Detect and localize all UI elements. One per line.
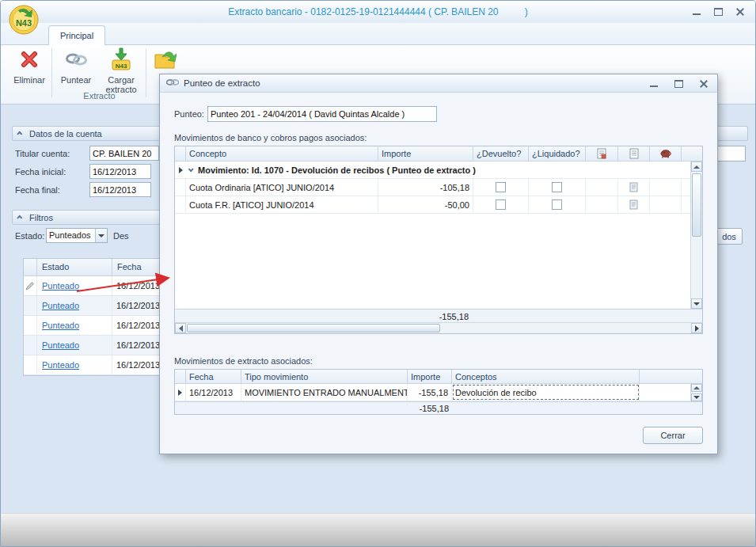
punteo-input[interactable]: [207, 106, 437, 122]
col-tipo[interactable]: Tipo movimiento: [241, 370, 408, 383]
extract-total: -155,18: [408, 404, 452, 413]
grid-header: Estado Fecha: [24, 259, 169, 276]
right-section-header-fragment: [716, 126, 748, 141]
extract-table-header: Fecha Tipo movimiento Importe Conceptos: [175, 370, 702, 384]
dialog-title: Punteo de extracto: [184, 78, 260, 88]
scroll-up-button[interactable]: [691, 161, 702, 172]
scroll-left-button[interactable]: [175, 323, 186, 333]
edit-pencil-icon: [24, 276, 37, 295]
ribbon-group-label: Extracto: [53, 91, 146, 101]
punteado-link[interactable]: Punteado: [42, 281, 79, 291]
tab-principal[interactable]: Principal: [48, 25, 105, 45]
punteado-link[interactable]: Punteado: [42, 360, 79, 370]
row-indicator-icon: [175, 167, 186, 173]
punteo-dialog: Punteo de extracto Punteo: Movimientos d…: [159, 74, 718, 454]
col-concepto[interactable]: Concepto: [186, 146, 378, 161]
section-filtros[interactable]: Filtros: [12, 210, 162, 225]
bank-table: Concepto Importe ¿Devuelto? ¿Liquidado?: [174, 146, 703, 334]
fecha-inicial-input[interactable]: [89, 164, 151, 179]
chain-links-icon: [64, 47, 88, 74]
dialog-maximize-icon[interactable]: [674, 80, 683, 88]
col-importe[interactable]: Importe: [378, 146, 473, 161]
export-button-partial[interactable]: [149, 47, 180, 74]
puntear-button[interactable]: Puntear: [55, 47, 97, 85]
conceptos-cell[interactable]: Devolución de recibo: [452, 384, 640, 401]
cerrar-button[interactable]: Cerrar: [643, 427, 703, 444]
scroll-down-button[interactable]: [691, 393, 702, 401]
col-liquidado[interactable]: ¿Liquidado?: [529, 146, 586, 161]
document-action-icon[interactable]: [618, 196, 650, 213]
fecha-cell: 16/12/2013: [186, 384, 241, 401]
importe-cell: -50,00: [378, 196, 473, 213]
grid-col-estado[interactable]: Estado: [37, 259, 112, 275]
piggy-bank-icon[interactable]: [650, 146, 682, 161]
horizontal-scrollbar[interactable]: [175, 322, 702, 333]
ribbon-separator: [146, 48, 146, 97]
app-logo-icon[interactable]: N43: [7, 3, 40, 36]
row-indicator: [24, 296, 37, 315]
dialog-minimize-icon[interactable]: [650, 79, 659, 88]
punteado-link[interactable]: Punteado: [42, 340, 79, 350]
devuelto-checkbox[interactable]: [496, 199, 506, 210]
table-row[interactable]: Cuota Ordinaria [ATICO] JUNIO/2014 -105,…: [175, 179, 702, 196]
liquidado-checkbox[interactable]: [552, 199, 562, 210]
col-devuelto[interactable]: ¿Devuelto?: [473, 146, 529, 161]
table-row[interactable]: Punteado 16/12/2013: [24, 336, 169, 355]
table-row[interactable]: Cuota F.R. [ATICO] JUNIO/2014 -50,00: [175, 196, 702, 214]
window-title: Extracto bancario - 0182-0125-19-0121444…: [1, 6, 755, 17]
table-row[interactable]: Punteado 16/12/2013: [24, 355, 169, 375]
combo-dropdown-button[interactable]: [95, 229, 107, 242]
scroll-up-button[interactable]: [691, 384, 702, 392]
collapse-up-icon: [17, 215, 22, 221]
scroll-thumb[interactable]: [692, 173, 701, 237]
vertical-scrollbar[interactable]: [690, 384, 702, 401]
bank-total: -155,18: [378, 312, 473, 321]
col-fecha[interactable]: Fecha: [186, 370, 241, 383]
liquidado-checkbox[interactable]: [552, 182, 562, 192]
empty-cell: [586, 196, 618, 213]
dialog-titlebar[interactable]: Punteo de extracto: [160, 74, 717, 93]
scroll-right-button[interactable]: [691, 323, 702, 333]
col-conceptos[interactable]: Conceptos: [452, 370, 640, 383]
fecha-inicial-label: Fecha inicial:: [15, 167, 66, 177]
estado-label: Estado:: [15, 231, 44, 241]
devuelto-checkbox[interactable]: [496, 182, 506, 192]
punteados-button-fragment[interactable]: dos: [716, 228, 743, 245]
svg-text:N43: N43: [16, 18, 32, 28]
scroll-thumb[interactable]: [187, 324, 440, 332]
estado-combobox[interactable]: Punteados: [46, 228, 108, 243]
status-bar: [1, 513, 755, 546]
download-n43-icon: N43: [109, 47, 133, 74]
collapse-down-icon[interactable]: [188, 166, 194, 172]
minimize-icon[interactable]: [693, 7, 701, 16]
puntear-label: Puntear: [61, 75, 92, 85]
bank-table-footer: -155,18: [175, 309, 702, 323]
col-importe[interactable]: Importe: [408, 370, 452, 383]
right-input-fragment[interactable]: [716, 146, 746, 161]
group-row[interactable]: Movimiento: Id. 1070 - Devolución de rec…: [175, 161, 702, 179]
punteado-link[interactable]: Punteado: [42, 321, 79, 330]
empty-cell: [650, 179, 682, 196]
table-row[interactable]: Punteado 16/12/2013: [24, 276, 169, 296]
cargar-extracto-button[interactable]: N43 Cargar extracto: [97, 47, 145, 95]
document-red-icon[interactable]: [586, 146, 618, 161]
document-action-icon[interactable]: [618, 179, 650, 196]
close-icon[interactable]: [735, 7, 744, 16]
titular-input[interactable]: [89, 146, 159, 161]
vertical-scrollbar[interactable]: [690, 161, 702, 309]
delete-x-icon: [17, 47, 41, 74]
punteado-link[interactable]: Punteado: [42, 301, 79, 310]
table-row[interactable]: 16/12/2013 MOVIMIENTO ENTRADO MANUALMENT…: [175, 384, 702, 401]
window-titlebar[interactable]: Extracto bancario - 0182-0125-19-0121444…: [1, 1, 755, 23]
extract-table-footer: -155,18: [175, 401, 702, 414]
table-row[interactable]: Punteado 16/12/2013: [24, 296, 169, 316]
fecha-final-input[interactable]: [89, 182, 151, 197]
punteo-label: Punteo:: [174, 109, 204, 119]
maximize-icon[interactable]: [714, 8, 723, 16]
scroll-down-button[interactable]: [691, 298, 702, 309]
document-icon[interactable]: [618, 146, 650, 161]
dialog-close-icon[interactable]: [699, 79, 708, 88]
table-row[interactable]: Punteado 16/12/2013: [24, 316, 169, 336]
eliminar-button[interactable]: Eliminar: [9, 47, 50, 85]
section-datos-cuenta[interactable]: Datos de la cuenta: [12, 126, 162, 141]
